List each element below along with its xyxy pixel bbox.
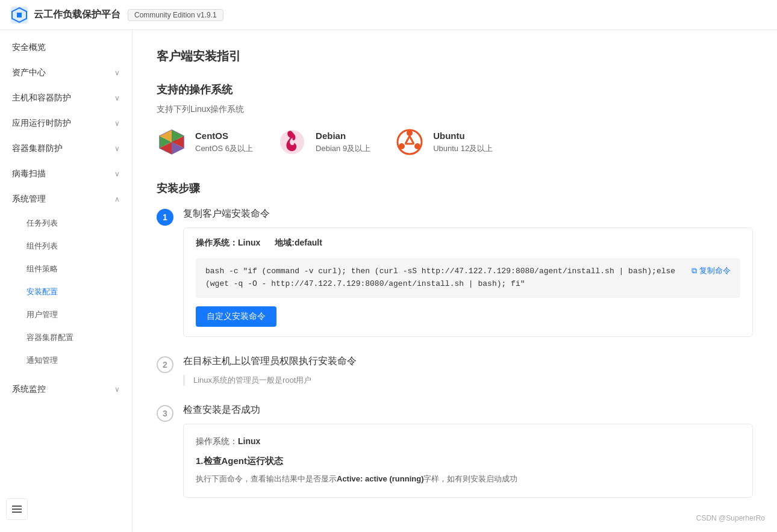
os-card-debian: Debian Debian 9及以上 xyxy=(277,127,370,157)
command-text: bash -c "if (command -v curl); then (cur… xyxy=(205,265,685,291)
sidebar-sub-component-list[interactable]: 组件列表 xyxy=(0,235,132,258)
app-logo-icon xyxy=(10,5,29,25)
sidebar-sub-install-config[interactable]: 安装配置 xyxy=(0,280,132,303)
command-code-block: bash -c "if (command -v curl); then (cur… xyxy=(196,258,740,298)
sidebar-sub-user-management[interactable]: 用户管理 xyxy=(0,303,132,326)
sidebar-item-system-management[interactable]: 系统管理 ∧ xyxy=(0,187,132,212)
logo-area: 云工作负载保护平台 xyxy=(10,5,120,25)
step-3: 3 检查安装是否成功 操作系统：Linux 1.检查Agent运行状态 执行下面… xyxy=(157,404,753,498)
verify-os-value: Linux xyxy=(238,436,260,446)
sidebar-item-app-runtime[interactable]: 应用运行时防护 ∨ xyxy=(0,111,132,136)
svg-point-14 xyxy=(407,130,413,136)
sidebar-item-asset-center[interactable]: 资产中心 ∨ xyxy=(0,60,132,85)
sidebar-item-security-overview[interactable]: 安全概览 xyxy=(0,35,132,60)
verify-os: 操作系统：Linux xyxy=(196,436,740,447)
sidebar-sub-component-policy[interactable]: 组件策略 xyxy=(0,258,132,280)
step-2: 2 在目标主机上以管理员权限执行安装命令 Linux系统的管理员一般是root用… xyxy=(157,355,753,386)
sidebar-item-system-monitor[interactable]: 系统监控 ∨ xyxy=(0,377,132,402)
ubuntu-info: Ubuntu Ubuntu 12及以上 xyxy=(433,131,493,154)
chevron-down-icon: ∨ xyxy=(114,385,120,394)
svg-rect-21 xyxy=(12,509,22,510)
step-2-note: Linux系统的管理员一般是root用户 xyxy=(193,375,753,386)
app-header: 云工作负载保护平台 Community Edition v1.9.1 xyxy=(0,0,777,30)
ubuntu-name: Ubuntu xyxy=(433,131,493,141)
centos-name: CentOS xyxy=(195,131,253,141)
domain-label: 地域:default xyxy=(275,238,322,247)
ubuntu-icon xyxy=(395,127,425,157)
centos-info: CentOS CentOS 6及以上 xyxy=(195,131,253,154)
os-cards: CentOS CentOS 6及以上 Debian Debian 9及以上 xyxy=(157,127,753,157)
copy-icon: ⧉ xyxy=(691,266,697,276)
watermark: CSDN @SuperherRo xyxy=(696,514,765,522)
svg-line-18 xyxy=(410,136,414,144)
svg-rect-2 xyxy=(17,13,22,17)
sidebar-item-virus-scan[interactable]: 病毒扫描 ∨ xyxy=(0,161,132,187)
step-1-content: 复制客户端安装命令 操作系统：Linux 地域:default bash -c … xyxy=(183,208,753,337)
sidebar: 安全概览 资产中心 ∨ 主机和容器防护 ∨ 应用运行时防护 ∨ 容器集群防护 ∨… xyxy=(0,30,133,532)
custom-install-button[interactable]: 自定义安装命令 xyxy=(196,306,276,327)
copy-command-button[interactable]: ⧉ 复制命令 xyxy=(691,265,731,276)
edition-badge: Community Edition v1.9.1 xyxy=(128,9,223,21)
step-3-content: 检查安装是否成功 操作系统：Linux 1.检查Agent运行状态 执行下面命令… xyxy=(183,404,753,498)
main-content: 客户端安装指引 支持的操作系统 支持下列Linux操作系统 xyxy=(133,30,777,532)
chevron-down-icon: ∨ xyxy=(114,94,120,102)
centos-icon xyxy=(157,127,187,157)
verify-step-title: 1.检查Agent运行状态 xyxy=(196,456,740,467)
steps-section-title: 安装步骤 xyxy=(157,181,753,196)
verify-desc: 执行下面命令，查看输出结果中是否显示Active: active (runnin… xyxy=(196,473,740,486)
os-card-centos: CentOS CentOS 6及以上 xyxy=(157,127,253,157)
chevron-down-icon: ∨ xyxy=(114,69,120,77)
debian-icon xyxy=(277,127,307,157)
debian-info: Debian Debian 9及以上 xyxy=(316,131,370,154)
chevron-down-icon: ∨ xyxy=(114,144,120,153)
step-3-number: 3 xyxy=(157,405,173,422)
verify-box: 操作系统：Linux 1.检查Agent运行状态 执行下面命令，查看输出结果中是… xyxy=(183,424,753,498)
os-section-subtitle: 支持下列Linux操作系统 xyxy=(157,104,753,115)
os-section-title: 支持的操作系统 xyxy=(157,82,753,97)
svg-rect-22 xyxy=(12,512,22,513)
step-3-label: 检查安装是否成功 xyxy=(183,404,753,416)
command-meta: 操作系统：Linux 地域:default xyxy=(196,238,740,249)
debian-name: Debian xyxy=(316,131,370,141)
sidebar-item-host-container[interactable]: 主机和容器防护 ∨ xyxy=(0,85,132,111)
svg-point-16 xyxy=(414,143,420,149)
svg-rect-20 xyxy=(12,506,22,507)
command-box: 操作系统：Linux 地域:default bash -c "if (comma… xyxy=(183,227,753,337)
step-1-number: 1 xyxy=(157,209,173,226)
chevron-up-icon: ∧ xyxy=(114,195,120,203)
step-2-label: 在目标主机上以管理员权限执行安装命令 xyxy=(183,355,753,368)
menu-icon xyxy=(12,504,22,514)
centos-version: CentOS 6及以上 xyxy=(195,143,253,154)
os-card-ubuntu: Ubuntu Ubuntu 12及以上 xyxy=(395,127,493,157)
copy-label: 复制命令 xyxy=(699,265,731,276)
sidebar-toggle-button[interactable] xyxy=(6,498,28,520)
os-label: 操作系统：Linux xyxy=(196,238,260,247)
step-1-label: 复制客户端安装命令 xyxy=(183,208,753,220)
chevron-down-icon: ∨ xyxy=(114,170,120,178)
debian-version: Debian 9及以上 xyxy=(316,143,370,154)
sidebar-sub-notification[interactable]: 通知管理 xyxy=(0,349,132,372)
step-2-content: 在目标主机上以管理员权限执行安装命令 Linux系统的管理员一般是root用户 xyxy=(183,355,753,386)
page-title: 客户端安装指引 xyxy=(157,48,753,64)
step-2-number: 2 xyxy=(157,356,173,373)
main-layout: 安全概览 资产中心 ∨ 主机和容器防护 ∨ 应用运行时防护 ∨ 容器集群防护 ∨… xyxy=(0,30,777,532)
chevron-down-icon: ∨ xyxy=(114,119,120,128)
step-1: 1 复制客户端安装命令 操作系统：Linux 地域:default bash -… xyxy=(157,208,753,337)
step-2-border: Linux系统的管理员一般是root用户 xyxy=(183,375,753,386)
sidebar-sub-container-cluster-config[interactable]: 容器集群配置 xyxy=(0,326,132,349)
svg-line-17 xyxy=(405,136,410,144)
app-logo-text: 云工作负载保护平台 xyxy=(34,8,120,21)
sidebar-sub-task-list[interactable]: 任务列表 xyxy=(0,212,132,235)
svg-point-15 xyxy=(399,143,405,149)
ubuntu-version: Ubuntu 12及以上 xyxy=(433,143,493,154)
sidebar-item-container-cluster[interactable]: 容器集群防护 ∨ xyxy=(0,136,132,161)
